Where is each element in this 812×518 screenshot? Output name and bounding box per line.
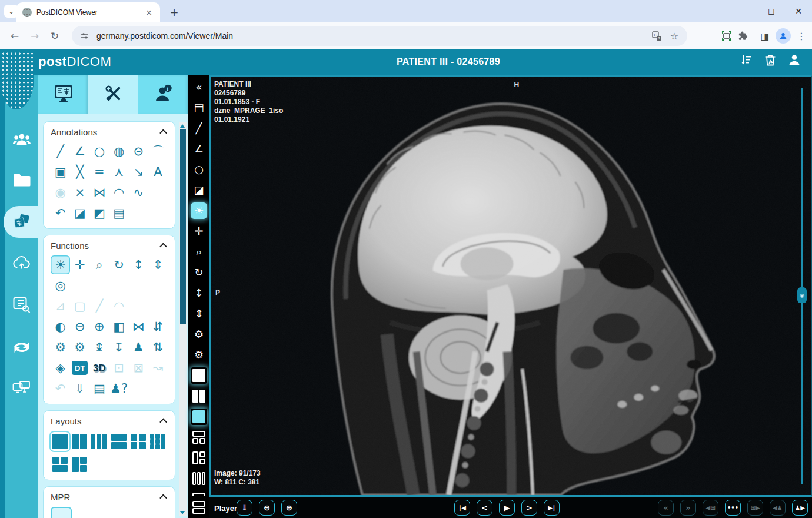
functions-header[interactable]: Functions xyxy=(51,241,168,251)
extensions-puzzle-icon[interactable] xyxy=(737,30,749,42)
tab-viewer[interactable] xyxy=(38,75,88,114)
site-settings-icon[interactable] xyxy=(79,30,91,42)
image-scroll-slider[interactable]: ◉ xyxy=(801,88,803,484)
toolbar-stack-scroll[interactable]: ⇕ xyxy=(191,306,207,322)
layout-1x1[interactable] xyxy=(51,432,69,451)
player-first-image-button[interactable]: ∣◀ xyxy=(454,500,470,516)
reload-button[interactable]: ↻ xyxy=(45,26,65,46)
tool-stack-scroll[interactable]: ⇕ xyxy=(148,255,168,274)
new-tab-button[interactable]: + xyxy=(167,5,181,19)
tool-freehand-region[interactable]: ⌒ xyxy=(148,142,168,161)
tool-flip-vertical[interactable]: ⇵ xyxy=(148,317,168,336)
player-next-series-button[interactable]: ⊞▶ xyxy=(747,500,763,516)
panel-scrollbar[interactable] xyxy=(179,122,187,516)
address-bar[interactable]: germany.postdicom.com/Viewer/Main G a ☆ xyxy=(72,26,687,46)
tool-spline-wave[interactable]: ∿ xyxy=(129,183,148,202)
window-maximize-button[interactable]: □ xyxy=(758,0,785,22)
tab-patient-info[interactable]: i xyxy=(138,75,188,114)
sidebar-item-cloud-upload[interactable] xyxy=(5,248,38,277)
layout-1x2[interactable] xyxy=(70,432,89,451)
mpr-header[interactable]: MPR xyxy=(51,492,168,502)
slider-handle[interactable]: ◉ xyxy=(797,287,807,303)
profile-avatar[interactable] xyxy=(776,28,791,44)
tool-rectangle[interactable]: ▣ xyxy=(51,162,70,181)
tool-shaded-circle[interactable]: ◍ xyxy=(109,142,129,161)
tab-close-icon[interactable]: × xyxy=(144,8,154,17)
screenshot-frame-icon[interactable] xyxy=(721,30,733,42)
toolbar-rotate[interactable]: ↻ xyxy=(191,264,207,281)
tool-magnify[interactable]: ⌕ xyxy=(89,255,109,274)
tool-invert[interactable]: ◐ xyxy=(51,317,70,336)
toolbar-rotate-settings[interactable]: ⚙ xyxy=(191,326,207,343)
toolbar-collapse-panel[interactable]: « xyxy=(191,79,207,95)
player-prev-image-button[interactable]: < xyxy=(477,500,492,516)
player-speed-up-button[interactable]: ⊕ xyxy=(281,500,297,516)
tool-save-annotations[interactable]: ▤ xyxy=(109,204,129,223)
tool-parallel-lines[interactable]: = xyxy=(89,162,109,181)
toolbar-report-view[interactable]: ▤ xyxy=(191,99,207,116)
scroll-down-icon[interactable] xyxy=(180,511,185,514)
tool-rotate-cw[interactable]: ⚙ xyxy=(70,338,89,357)
tool-tag[interactable]: ◈ xyxy=(51,358,70,377)
window-close-button[interactable]: ✕ xyxy=(785,0,812,22)
toolbar-eraser[interactable]: ◪ xyxy=(191,182,207,198)
tool-crop[interactable]: ⊡ xyxy=(109,358,129,377)
side-panel-icon[interactable]: ◨ xyxy=(759,30,771,42)
sidebar-item-patients[interactable] xyxy=(5,126,38,154)
tool-probe-point[interactable]: ◉ xyxy=(51,183,70,202)
tool-freehand-window[interactable]: ◠ xyxy=(109,297,129,316)
tool-curved-mpr[interactable]: ↝ xyxy=(148,358,168,377)
tool-mirror[interactable]: ⋈ xyxy=(129,317,148,336)
tool-zoom-in[interactable]: ⊕ xyxy=(89,317,109,336)
player-prev-series-button[interactable]: ◀⊞ xyxy=(703,500,718,516)
window-minimize-button[interactable]: — xyxy=(731,0,758,22)
tab-tools[interactable] xyxy=(88,75,138,114)
player-next-study-button[interactable]: » xyxy=(680,500,696,516)
tool-angle[interactable]: ∠ xyxy=(70,142,89,161)
layout-2x2[interactable] xyxy=(129,432,148,451)
tool-reference-point[interactable]: ◎ xyxy=(51,276,70,295)
tool-arrow[interactable]: ↘ xyxy=(129,162,148,181)
tool-region-window[interactable]: ▢ xyxy=(70,297,89,316)
collapse-chevron-icon[interactable] xyxy=(159,130,167,137)
toolbar-magnify[interactable]: ⌕ xyxy=(191,244,207,260)
tool-zoom-out[interactable]: ⊖ xyxy=(70,317,89,336)
toolbar-layout-1top-2bottom[interactable] xyxy=(191,429,207,446)
sidebar-item-folders[interactable] xyxy=(5,166,38,194)
toolbar-layout-1left-2right[interactable] xyxy=(191,450,207,466)
layout-2top-1bottom[interactable] xyxy=(51,455,69,474)
collapse-chevron-icon[interactable] xyxy=(159,243,167,251)
tool-patient-orientation[interactable]: ♟ xyxy=(129,338,148,357)
player-prev-patient-button[interactable]: ◀♟ xyxy=(770,500,786,516)
toolbar-scroll-images[interactable]: ↕ xyxy=(191,285,207,301)
account-icon[interactable] xyxy=(787,53,801,67)
layouts-header[interactable]: Layouts xyxy=(51,416,168,426)
tool-pan[interactable]: ✛ xyxy=(70,255,89,274)
tool-actual-size[interactable]: ↧ xyxy=(109,338,129,357)
layout-1left-2right[interactable] xyxy=(70,455,89,474)
tool-window-histogram[interactable]: ⊿ xyxy=(51,297,70,316)
tool-export-image[interactable]: ⇩ xyxy=(70,379,89,398)
tool-scroll[interactable]: ↕ xyxy=(129,255,148,274)
tool-ruler[interactable]: ╱ xyxy=(51,142,70,161)
player-prev-study-button[interactable]: « xyxy=(658,500,674,516)
annotations-header[interactable]: Annotations xyxy=(51,127,168,137)
tool-eraser[interactable]: ◪ xyxy=(70,204,89,223)
forward-button[interactable]: → xyxy=(25,26,45,46)
player-play-button[interactable]: ▶ xyxy=(499,500,515,516)
browser-tab[interactable]: PostDICOM Viewer × xyxy=(16,2,160,22)
tool-text[interactable]: A xyxy=(148,162,168,181)
tool-bone-window[interactable]: ╱ xyxy=(89,297,109,316)
image-viewport[interactable]: PATIENT III 02456789 01.01.1853 - F dzne… xyxy=(209,75,812,496)
tool-rotate-ccw[interactable]: ⚙ xyxy=(51,338,70,357)
player-auto-scroll-button[interactable]: ⇓ xyxy=(237,500,252,516)
toolbar-layout-1x2[interactable] xyxy=(191,388,207,404)
layout-3x3[interactable] xyxy=(148,432,167,451)
tool-volume-3d[interactable]: 3D xyxy=(89,358,109,377)
player-next-image-button[interactable]: > xyxy=(521,500,537,516)
tool-dicom-tags[interactable]: DT xyxy=(70,358,89,377)
sidebar-item-share-view[interactable] xyxy=(5,373,38,401)
toolbar-rotate-window[interactable]: ⚙ xyxy=(191,347,207,363)
translate-icon[interactable]: G a xyxy=(651,30,663,42)
toolbar-layout-2row[interactable] xyxy=(191,500,207,514)
